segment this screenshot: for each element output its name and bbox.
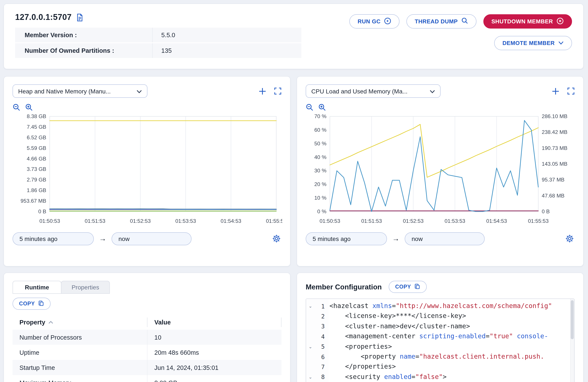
run-gc-button[interactable]: RUN GC xyxy=(349,14,399,28)
member-header-card: 127.0.0.1:5707 Member Version :5.5.0Numb… xyxy=(3,3,584,69)
fullscreen-icon[interactable] xyxy=(274,87,281,95)
config-gutter: ⌄1234⌄567⌄89 xyxy=(306,299,329,382)
demote-member-button[interactable]: DEMOTE MEMBER xyxy=(494,36,572,50)
cpu-chart-select-value: CPU Load and Used Memory (Ma... xyxy=(311,88,407,94)
chevron-down-icon xyxy=(430,88,435,94)
svg-text:01:55:53: 01:55:53 xyxy=(528,218,549,224)
gutter-line: 3 xyxy=(306,321,329,332)
time-to-value: now xyxy=(119,235,129,242)
play-circle-icon xyxy=(384,17,391,26)
config-head: Member Configuration COPY xyxy=(306,281,575,293)
svg-text:60 %: 60 % xyxy=(314,127,326,133)
chevron-down-icon xyxy=(137,88,142,94)
svg-text:3.73 GB: 3.73 GB xyxy=(27,166,46,172)
code-line: <security enabled="false"> xyxy=(330,372,574,382)
heap-memory-chart: 8.38 GB7.45 GB6.52 GB5.59 GB4.66 GB3.73 … xyxy=(13,112,282,227)
add-chart-icon[interactable] xyxy=(258,87,266,95)
info-row: Number Of Owned Partitions :135 xyxy=(15,43,301,58)
svg-text:01:51:53: 01:51:53 xyxy=(361,218,382,224)
fold-chevron-icon[interactable]: ⌄ xyxy=(306,304,315,309)
time-from-value: 5 minutes ago xyxy=(313,235,351,242)
svg-text:4.66 GB: 4.66 GB xyxy=(27,156,46,162)
add-chart-icon[interactable] xyxy=(552,87,559,95)
thread-dump-button[interactable]: THREAD DUMP xyxy=(406,14,476,28)
svg-text:01:52:53: 01:52:53 xyxy=(130,218,151,224)
svg-text:7.45 GB: 7.45 GB xyxy=(27,124,46,130)
member-detail-page: 127.0.0.1:5707 Member Version :5.5.0Numb… xyxy=(0,0,588,382)
time-to-input[interactable]: now xyxy=(112,232,191,245)
cpu-chart-tools xyxy=(552,87,575,95)
svg-text:30 %: 30 % xyxy=(314,168,326,174)
runtime-copy-button[interactable]: COPY xyxy=(13,298,50,310)
code-line: <license-key>****</license-key> xyxy=(330,311,574,321)
code-line: <properties> xyxy=(330,341,574,352)
shutdown-member-button[interactable]: SHUTDOWN MEMBER xyxy=(483,14,572,28)
table-row: Uptime20m 48s 660ms xyxy=(13,345,281,360)
heap-chart-select[interactable]: Heap and Native Memory (Manu... xyxy=(13,84,147,98)
runtime-tabs: Runtime Properties xyxy=(13,281,281,294)
zoom-out-icon[interactable] xyxy=(13,103,20,111)
heap-time-controls: 5 minutes ago → now xyxy=(13,232,281,245)
column-header-property[interactable]: Property xyxy=(13,317,147,327)
svg-text:1.86 GB: 1.86 GB xyxy=(27,187,46,193)
member-info-table: Member Version :5.5.0Number Of Owned Par… xyxy=(15,28,301,58)
arrow-right-icon: → xyxy=(99,234,106,243)
code-line: <management-center scripting-enabled="tr… xyxy=(330,331,574,341)
table-row: Maximum Memory8.00 GB xyxy=(13,375,281,382)
code-line: <cluster-name>dev</cluster-name> xyxy=(330,321,574,332)
gutter-line: ⌄5 xyxy=(306,341,329,352)
svg-text:0 %: 0 % xyxy=(317,208,326,214)
code-line: <property name="hazelcast.client.interna… xyxy=(330,352,574,362)
column-header-value: Value xyxy=(147,317,281,327)
time-to-input[interactable]: now xyxy=(405,232,485,245)
fold-chevron-icon[interactable]: ⌄ xyxy=(306,344,315,349)
svg-text:70 %: 70 % xyxy=(314,113,326,119)
svg-text:2.79 GB: 2.79 GB xyxy=(27,177,46,182)
search-icon xyxy=(461,17,468,25)
heap-chart-head: Heap and Native Memory (Manu... xyxy=(13,84,281,98)
code-scrollbar-thumb[interactable] xyxy=(571,300,574,339)
copy-icon xyxy=(38,300,44,307)
thread-dump-label: THREAD DUMP xyxy=(415,18,458,25)
zoom-in-icon[interactable] xyxy=(25,103,33,111)
code-scrollbar[interactable] xyxy=(570,299,574,382)
config-copy-button[interactable]: COPY xyxy=(389,281,426,293)
svg-text:6.52 GB: 6.52 GB xyxy=(27,135,46,140)
svg-text:47.68 MB: 47.68 MB xyxy=(542,193,565,199)
svg-text:50 %: 50 % xyxy=(314,141,326,146)
tab-runtime[interactable]: Runtime xyxy=(13,281,61,294)
header-actions: RUN GC THREAD DUMP xyxy=(349,14,572,50)
config-code-editor[interactable]: ⌄1234⌄567⌄89 <hazelcast xmlns="http://ww… xyxy=(306,298,575,382)
zoom-out-icon[interactable] xyxy=(306,103,314,111)
tab-runtime-label: Runtime xyxy=(25,284,49,291)
svg-text:5.59 GB: 5.59 GB xyxy=(27,145,46,151)
cpu-memory-card: CPU Load and Used Memory (Ma... xyxy=(296,76,584,267)
document-icon[interactable] xyxy=(76,13,83,22)
svg-text:10 %: 10 % xyxy=(314,195,326,201)
tab-properties-label: Properties xyxy=(72,284,99,291)
tab-properties[interactable]: Properties xyxy=(61,281,110,294)
zoom-in-icon[interactable] xyxy=(318,103,326,111)
svg-text:01:50:53: 01:50:53 xyxy=(39,218,60,224)
time-from-input[interactable]: 5 minutes ago xyxy=(306,232,387,245)
fold-chevron-icon[interactable]: ⌄ xyxy=(306,375,315,380)
heap-chart-select-value: Heap and Native Memory (Manu... xyxy=(18,88,111,94)
page-title: 127.0.0.1:5707 xyxy=(15,13,72,22)
svg-text:01:55:53: 01:55:53 xyxy=(266,218,282,224)
svg-text:238.42 MB: 238.42 MB xyxy=(542,129,567,135)
runtime-copy-label: COPY xyxy=(19,301,35,307)
heap-chart-tools xyxy=(258,87,281,95)
svg-text:01:54:53: 01:54:53 xyxy=(221,218,241,224)
time-to-value: now xyxy=(412,235,423,242)
demote-member-label: DEMOTE MEMBER xyxy=(503,40,555,46)
fullscreen-icon[interactable] xyxy=(567,87,575,95)
time-from-input[interactable]: 5 minutes ago xyxy=(13,232,94,245)
chart-settings-gear-icon[interactable] xyxy=(566,234,574,243)
svg-text:01:54:53: 01:54:53 xyxy=(486,218,507,224)
chart-settings-gear-icon[interactable] xyxy=(272,234,281,243)
gutter-line: 2 xyxy=(306,311,329,321)
svg-text:143.05 MB: 143.05 MB xyxy=(542,161,567,167)
x-circle-icon xyxy=(556,17,564,26)
time-from-value: 5 minutes ago xyxy=(20,235,58,242)
cpu-chart-select[interactable]: CPU Load and Used Memory (Ma... xyxy=(306,84,441,98)
